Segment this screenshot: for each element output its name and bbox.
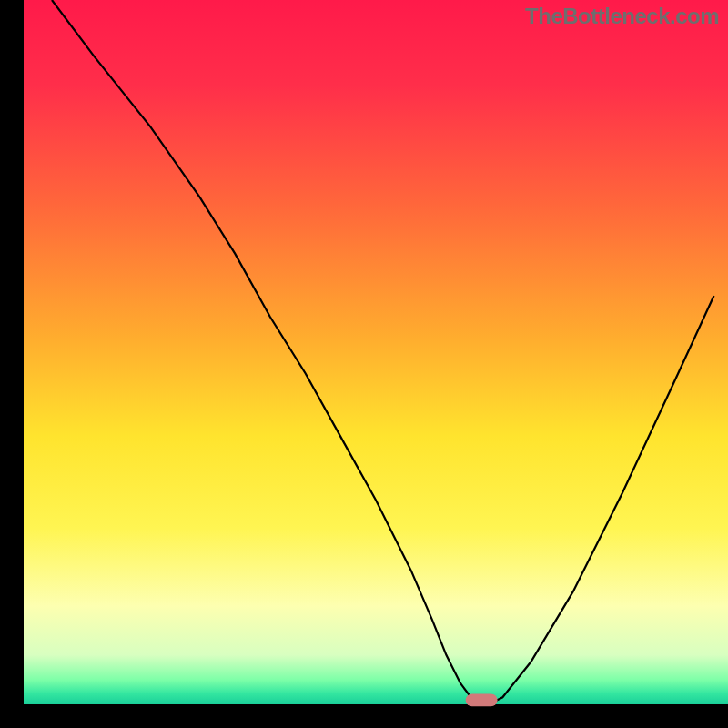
bottleneck-chart [0,0,728,728]
optimal-zone-marker [466,693,498,706]
chart-container: TheBottleneck.com [0,0,728,728]
watermark: TheBottleneck.com [525,4,719,29]
plot-background [24,0,728,704]
